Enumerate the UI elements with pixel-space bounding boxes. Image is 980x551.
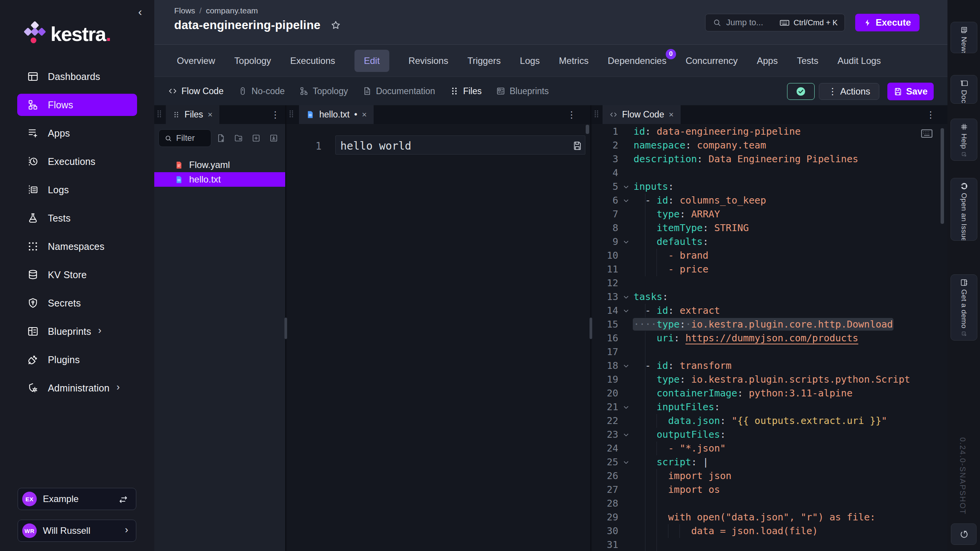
fold-chevron-icon[interactable]: [618, 428, 634, 442]
files-tab[interactable]: Files ×: [166, 105, 219, 124]
file-row-flow-yaml[interactable]: Flow.yaml: [154, 158, 285, 172]
code-line[interactable]: 5inputs:: [591, 180, 947, 194]
validation-check-button[interactable]: [787, 83, 815, 100]
code-line[interactable]: 18 - id: transform: [591, 359, 947, 373]
sidebar-collapse-button[interactable]: ‹: [138, 5, 142, 18]
flow-code-tab[interactable]: Flow Code ×: [603, 105, 681, 124]
code-line[interactable]: 27 import os: [591, 483, 947, 497]
rail-button-docs[interactable]: Docs: [951, 75, 977, 104]
fold-chevron-icon[interactable]: [618, 290, 634, 304]
sidebar-item-secrets[interactable]: Secrets: [17, 292, 137, 314]
code-line[interactable]: 6 - id: columns_to_keep: [591, 194, 947, 207]
code-line[interactable]: 23 outputFiles:: [591, 428, 947, 442]
view-no-code[interactable]: No-code: [238, 86, 285, 96]
files-panel-menu[interactable]: ⋮: [271, 105, 280, 124]
tab-dependencies[interactable]: Dependencies0: [608, 55, 666, 66]
tab-triggers[interactable]: Triggers: [467, 55, 501, 66]
import-box-button[interactable]: [269, 134, 278, 144]
fold-chevron-icon[interactable]: [618, 235, 634, 249]
rail-button-get-a-demo[interactable]: Get a demo: [951, 274, 977, 341]
sidebar-item-plugins[interactable]: Plugins: [17, 349, 137, 371]
breadcrumb-flows[interactable]: Flows: [174, 6, 195, 15]
plus-box-button[interactable]: [252, 134, 261, 144]
code-line[interactable]: 22 data.json: "{{ outputs.extract.uri }}…: [591, 414, 947, 428]
sidebar-item-flows[interactable]: Flows: [17, 94, 137, 116]
code-line[interactable]: 10 - brand: [591, 249, 947, 262]
code-line[interactable]: 16 uri: https://dummyjson.com/products: [591, 331, 947, 345]
save-button[interactable]: Save: [887, 83, 934, 100]
sidebar-item-apps[interactable]: Apps: [17, 122, 137, 144]
tab-overview[interactable]: Overview: [177, 55, 215, 66]
tab-metrics[interactable]: Metrics: [559, 55, 588, 66]
code-line[interactable]: 11 - price: [591, 262, 947, 276]
tab-topology[interactable]: Topology: [234, 55, 271, 66]
code-line[interactable]: 24 - "*.json": [591, 442, 947, 455]
hello-editor-text[interactable]: hello world: [340, 140, 411, 152]
breadcrumb-namespace[interactable]: company.team: [206, 6, 258, 15]
hello-txt-tab[interactable]: hello.txt • ×: [299, 105, 374, 124]
tab-audit-logs[interactable]: Audit Logs: [838, 55, 881, 66]
keyboard-icon[interactable]: [921, 129, 933, 139]
jump-to-search[interactable]: Jump to... Ctrl/Cmd + K: [705, 14, 845, 31]
fold-chevron-icon[interactable]: [618, 359, 634, 373]
code-line[interactable]: 12: [591, 276, 947, 290]
flow-editor-body[interactable]: 1id: data-engineering-pipeline2namespace…: [591, 124, 947, 551]
tab-apps[interactable]: Apps: [757, 55, 778, 66]
restore-button[interactable]: [951, 523, 977, 545]
rail-button-help[interactable]: Help: [951, 119, 977, 161]
save-icon[interactable]: [572, 141, 582, 151]
code-line[interactable]: 21 inputFiles:: [591, 400, 947, 414]
star-icon[interactable]: [330, 20, 341, 31]
new-file-button[interactable]: [216, 134, 225, 144]
drag-handle-icon[interactable]: [154, 105, 164, 124]
code-line[interactable]: 13tasks:: [591, 290, 947, 304]
drag-handle-icon[interactable]: [591, 105, 601, 124]
view-flow-code[interactable]: Flow Code: [168, 86, 224, 96]
code-line[interactable]: 30 data = json.load(file): [591, 524, 947, 538]
code-line[interactable]: 19 type: io.kestra.plugin.scripts.python…: [591, 373, 947, 386]
code-line[interactable]: 15····type:·io.kestra.plugin.core.http.D…: [591, 318, 947, 331]
fold-chevron-icon[interactable]: [618, 304, 634, 318]
close-icon[interactable]: ×: [669, 110, 674, 120]
sidebar-item-kv-store[interactable]: KV Store: [17, 264, 137, 286]
scrollbar-thumb[interactable]: [586, 125, 589, 134]
code-line[interactable]: 17: [591, 345, 947, 359]
code-line[interactable]: 8 itemType: STRING: [591, 221, 947, 235]
rail-button-news[interactable]: News: [951, 22, 977, 53]
new-folder-button[interactable]: [234, 134, 243, 144]
execute-button[interactable]: Execute: [855, 14, 920, 31]
user-menu[interactable]: WR Will Russell ›: [18, 520, 136, 542]
tab-executions[interactable]: Executions: [290, 55, 335, 66]
code-line[interactable]: 26 import json: [591, 469, 947, 483]
fold-chevron-icon[interactable]: [618, 455, 634, 469]
actions-button[interactable]: ⋮ Actions: [819, 83, 879, 100]
tab-revisions[interactable]: Revisions: [408, 55, 448, 66]
fold-chevron-icon[interactable]: [618, 194, 634, 207]
hello-panel-menu[interactable]: ⋮: [567, 105, 576, 124]
fold-chevron-icon[interactable]: [618, 400, 634, 414]
hello-editor-body[interactable]: 1 hello world: [286, 124, 590, 551]
tab-logs[interactable]: Logs: [520, 55, 540, 66]
panel-resizer[interactable]: [590, 105, 591, 551]
sidebar-item-namespaces[interactable]: Namespaces: [17, 235, 137, 258]
sidebar-item-logs[interactable]: Logs: [17, 179, 137, 201]
sidebar-item-tests[interactable]: Tests: [17, 207, 137, 229]
code-line[interactable]: 29 with open("data.json", "r") as file:: [591, 510, 947, 524]
code-line[interactable]: 2namespace: company.team: [591, 139, 947, 152]
flow-panel-menu[interactable]: ⋮: [926, 105, 935, 124]
sidebar-item-dashboards[interactable]: Dashboards: [17, 65, 137, 88]
code-line[interactable]: 14 - id: extract: [591, 304, 947, 318]
tab-edit[interactable]: Edit: [354, 50, 389, 72]
code-line[interactable]: 9 defaults:: [591, 235, 947, 249]
sidebar-item-blueprints[interactable]: Blueprints›: [17, 320, 137, 342]
view-topology[interactable]: Topology: [299, 86, 348, 96]
code-line[interactable]: 28: [591, 497, 947, 510]
code-line[interactable]: 7 type: ARRAY: [591, 207, 947, 221]
panel-resizer[interactable]: [285, 105, 286, 551]
sidebar-item-executions[interactable]: Executions: [17, 150, 137, 173]
code-line[interactable]: 4: [591, 166, 947, 180]
drag-handle-icon[interactable]: [286, 105, 296, 124]
close-icon[interactable]: ×: [208, 110, 213, 120]
rail-button-open-an-issue[interactable]: Open an Issue: [951, 178, 977, 241]
view-files[interactable]: Files: [450, 86, 482, 96]
